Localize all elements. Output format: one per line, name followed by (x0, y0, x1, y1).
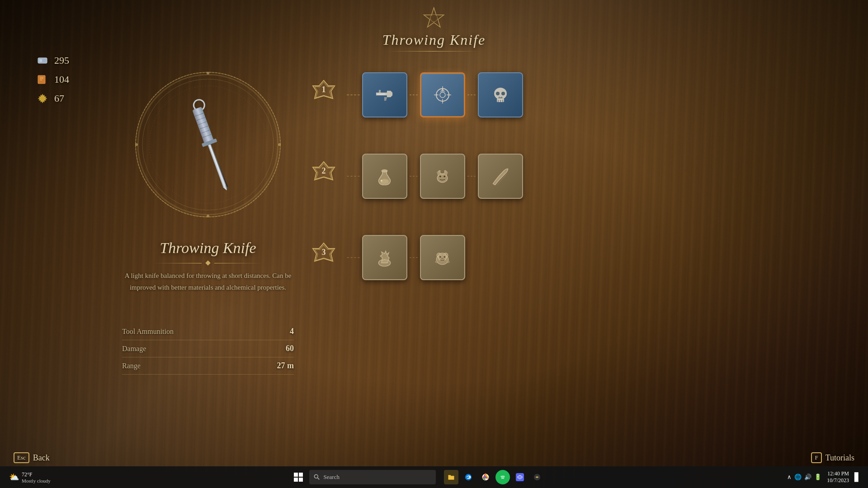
title-area: Throwing Knife (382, 7, 486, 52)
taskbar-search[interactable]: Search (309, 470, 436, 484)
item-divider (154, 261, 262, 265)
resource-silver: 295 (36, 54, 69, 67)
stat-range: Range 27 m (122, 357, 294, 375)
svg-point-50 (443, 176, 445, 178)
taskbar-app5-icon[interactable] (530, 470, 544, 484)
svg-point-73 (519, 477, 519, 478)
resources-panel: 295 104 67 (36, 54, 69, 105)
taskbar-right: ∧ 🌐 🔊 🔋 12:40 PM 10/7/2023 ▋ (780, 470, 868, 484)
taskbar-chrome-icon[interactable] (478, 470, 493, 484)
book-value: 104 (54, 74, 69, 85)
svg-point-60 (443, 256, 445, 258)
t2-connector2 (410, 176, 418, 177)
taskbar-edge-icon[interactable] (461, 470, 476, 484)
search-icon (314, 474, 320, 480)
svg-rect-72 (516, 473, 524, 481)
svg-text:2: 2 (322, 166, 326, 175)
svg-text:1: 1 (322, 85, 326, 94)
tier3-row: 3 (307, 235, 646, 280)
weather-temp: 72°F (22, 471, 51, 478)
svg-point-49 (439, 176, 441, 178)
svg-point-1 (430, 14, 438, 22)
svg-point-14 (207, 215, 209, 217)
upgrade-t1-node1[interactable] (362, 72, 407, 117)
resource-gear: 67 (36, 92, 69, 105)
taskbar-left: ⛅ 72°F Mostly cloudy (0, 471, 60, 483)
main-content: Throwing Knife 295 104 (0, 0, 868, 488)
taskbar-center: Search (60, 470, 780, 484)
svg-line-67 (317, 478, 319, 479)
svg-rect-4 (38, 75, 45, 84)
upgrade-t1-node2-active[interactable] (420, 72, 465, 117)
network-icon: 🌐 (794, 474, 802, 481)
resource-book: 104 (36, 73, 69, 86)
weather-desc: Mostly cloudy (22, 478, 51, 483)
game-ui-bottom: Esc Back F Tutorials (0, 452, 868, 463)
svg-point-59 (439, 256, 441, 258)
item-description: A light knife balanced for throwing at s… (122, 270, 294, 293)
taskbar-discord-icon[interactable] (513, 470, 527, 484)
t2-connector3 (467, 176, 476, 177)
show-desktop-button[interactable]: ▋ (854, 472, 861, 482)
svg-point-12 (207, 72, 209, 75)
esc-key: Esc (14, 452, 29, 463)
svg-rect-18 (192, 107, 214, 144)
divider-diamond (205, 260, 210, 265)
skull-upgrade-icon (488, 83, 513, 108)
svg-point-15 (135, 143, 138, 146)
weather-info: 72°F Mostly cloudy (22, 471, 51, 483)
title-underline (389, 51, 479, 52)
svg-point-38 (496, 92, 500, 95)
creature-upgrade-icon (431, 164, 454, 188)
tutorials-button[interactable]: F Tutorials (811, 452, 854, 463)
item-name-text: Throwing Knife (160, 239, 256, 256)
battery-icon: 🔋 (814, 474, 821, 481)
chevron-up-icon[interactable]: ∧ (787, 474, 792, 481)
item-circle-ornament (131, 68, 285, 221)
t3-connector2 (410, 257, 418, 258)
svg-point-39 (501, 92, 505, 95)
f-key: F (811, 452, 821, 463)
upgrade-tree: 1 (307, 72, 646, 280)
volume-icon: 🔊 (804, 474, 811, 481)
taskbar-files-icon[interactable] (444, 470, 458, 484)
tier2-row: 2 (307, 154, 646, 199)
windows-start-button[interactable] (291, 470, 306, 484)
page-title: Throwing Knife (382, 32, 486, 48)
gun-upgrade-icon (373, 83, 397, 108)
taskbar-spotify-icon[interactable] (495, 470, 510, 484)
gear-icon (36, 92, 49, 105)
silver-icon (36, 54, 49, 67)
svg-point-47 (381, 180, 382, 182)
t1-connector2 (410, 94, 418, 95)
clock-time: 12:40 PM (827, 470, 849, 477)
bear-upgrade-icon (431, 246, 454, 269)
fire-upgrade-icon (373, 246, 396, 269)
title-ornament-icon (423, 7, 445, 29)
taskbar-apps (439, 470, 549, 484)
crosshair-upgrade-icon (430, 83, 455, 108)
upgrade-t2-node3[interactable] (478, 154, 523, 199)
svg-point-61 (441, 258, 444, 259)
upgrade-t3-node1[interactable] (362, 235, 407, 280)
svg-point-31 (440, 92, 445, 98)
t1-connector1 (347, 94, 360, 95)
svg-point-74 (520, 477, 521, 478)
t2-connector1 (347, 176, 360, 177)
tier2-badge: 2 (307, 160, 340, 192)
svg-rect-62 (294, 473, 298, 477)
upgrade-t3-node2[interactable] (420, 235, 465, 280)
upgrade-t2-node2[interactable] (420, 154, 465, 199)
weather-icon: ⛅ (9, 472, 19, 482)
t3-connector1 (347, 257, 360, 258)
upgrade-t1-node3[interactable] (478, 72, 523, 117)
svg-point-66 (314, 474, 318, 478)
stat-damage: Damage 60 (122, 340, 294, 357)
gear-value: 67 (54, 93, 64, 104)
svg-text:3: 3 (322, 248, 326, 257)
clock[interactable]: 12:40 PM 10/7/2023 (827, 470, 849, 484)
taskbar: ⛅ 72°F Mostly cloudy Search (0, 466, 868, 488)
upgrade-t2-node1[interactable] (362, 154, 407, 199)
weather-widget[interactable]: ⛅ 72°F Mostly cloudy (9, 471, 51, 483)
back-button[interactable]: Esc Back (14, 452, 50, 463)
